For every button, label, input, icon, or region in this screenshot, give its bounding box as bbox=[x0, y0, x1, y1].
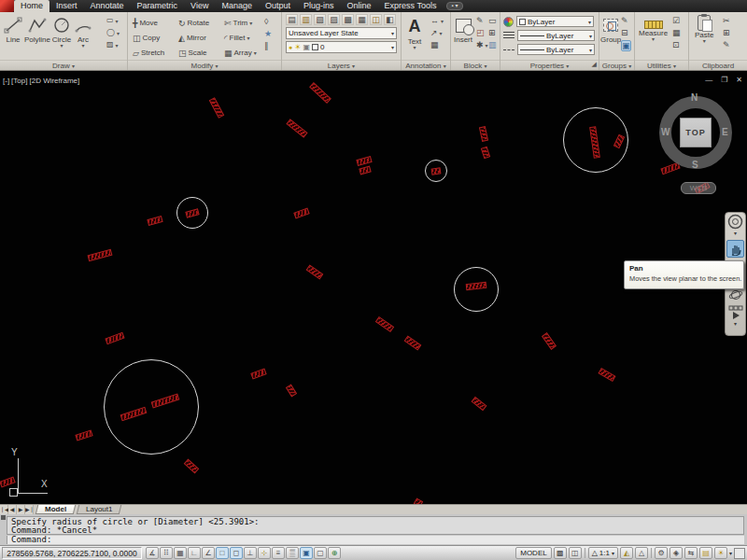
measure-button[interactable]: Measure ▾ bbox=[639, 15, 668, 42]
chevron-down-icon[interactable]: ▾ bbox=[734, 321, 737, 327]
viewcube-top-face[interactable]: TOP bbox=[680, 118, 712, 147]
chevron-down-icon[interactable]: ▾ bbox=[440, 30, 443, 36]
paste-button[interactable]: Paste ▾ bbox=[695, 15, 713, 44]
ribbon-tab-plug-ins[interactable]: Plug-ins bbox=[297, 0, 341, 12]
layer-freeze-icon[interactable]: ▦ bbox=[356, 14, 368, 25]
group-edit-icon[interactable]: ✎ bbox=[621, 16, 631, 25]
mirror-button[interactable]: ◭Mirror bbox=[178, 31, 221, 45]
cad-circle[interactable] bbox=[425, 160, 447, 182]
offset-icon[interactable]: ∥ bbox=[264, 41, 272, 50]
id-point-icon[interactable]: ⊡ bbox=[672, 40, 681, 49]
status-tray-icon[interactable]: ☀ bbox=[714, 547, 727, 559]
cad-hatch-mark[interactable] bbox=[105, 331, 124, 343]
drawing-viewport[interactable]: [-] [Top] [2D Wireframe] — ❐ ✕ N W E S T… bbox=[0, 71, 747, 504]
chevron-down-icon[interactable]: ▾ bbox=[116, 18, 119, 24]
cad-hatch-mark[interactable] bbox=[472, 396, 487, 410]
coordinates-display[interactable]: 278569.5768, 2706225.7100, 0.0000 bbox=[2, 547, 142, 559]
workspace-switching-icon[interactable]: ⚙ bbox=[655, 547, 668, 559]
arc-button[interactable]: Arc ▾ bbox=[73, 15, 93, 49]
object-snap-toggle[interactable]: □ bbox=[216, 547, 229, 559]
table-icon[interactable]: ▦ bbox=[430, 40, 444, 49]
lineweight-dropdown[interactable]: ByLayer ▾ bbox=[517, 30, 595, 41]
steering-wheel-icon[interactable] bbox=[726, 213, 744, 231]
toolbar-lock-icon[interactable]: ◈ bbox=[669, 547, 683, 559]
quick-properties-toggle[interactable]: ▣ bbox=[300, 547, 313, 559]
cad-hatch-mark[interactable] bbox=[293, 207, 309, 218]
layer-lock-icon[interactable]: ◧ bbox=[384, 14, 396, 25]
cad-hatch-mark[interactable] bbox=[542, 332, 557, 350]
viewcube[interactable]: N W E S TOP bbox=[659, 96, 732, 169]
clean-screen-button[interactable] bbox=[734, 548, 745, 559]
copy-button[interactable]: ◫Copy bbox=[133, 31, 176, 45]
chevron-down-icon[interactable]: ▾ bbox=[61, 44, 63, 49]
dimension-icon[interactable]: ↔▾ bbox=[430, 16, 444, 25]
viewcube-west[interactable]: W bbox=[661, 127, 669, 137]
layer-prev-icon[interactable]: ▧ bbox=[314, 14, 326, 25]
text-button[interactable]: A Text ▾ bbox=[404, 15, 425, 50]
linetype-icon[interactable] bbox=[503, 49, 514, 50]
layer-unisolate-icon[interactable]: ▩ bbox=[342, 14, 354, 25]
cad-hatch-mark[interactable] bbox=[359, 165, 371, 175]
hatch-icon[interactable]: ▨▾ bbox=[106, 40, 120, 49]
cad-circle[interactable] bbox=[104, 359, 199, 455]
transparency-toggle[interactable]: ▒ bbox=[286, 547, 299, 559]
panel-title-draw[interactable]: Draw ▾ bbox=[0, 60, 127, 70]
quick-view-layouts-icon[interactable]: ◫ bbox=[569, 547, 582, 559]
chevron-down-icon[interactable]: ▾ bbox=[82, 44, 85, 49]
ribbon-tab-manage[interactable]: Manage bbox=[215, 0, 259, 12]
ribbon-tab-view[interactable]: View bbox=[184, 0, 215, 12]
ribbon-tab-output[interactable]: Output bbox=[259, 0, 297, 12]
command-input[interactable]: Command: bbox=[7, 536, 744, 544]
object-color-dropdown[interactable]: ByLayer ▾ bbox=[516, 16, 594, 27]
match-properties-icon[interactable]: ✎ bbox=[723, 40, 730, 49]
panel-title-properties[interactable]: Properties ▾◢ bbox=[500, 60, 599, 70]
trim-button[interactable]: ✄Trim▾ bbox=[224, 16, 267, 30]
cad-hatch-mark[interactable] bbox=[184, 458, 200, 473]
insert-button[interactable]: Insert bbox=[453, 15, 473, 44]
copy-clip-icon[interactable]: ⊞ bbox=[723, 28, 730, 37]
viewcube-east[interactable]: E bbox=[722, 127, 728, 137]
dialog-launcher-icon[interactable]: ◢ bbox=[592, 59, 597, 69]
block-editor-icon[interactable]: ▥ bbox=[488, 40, 497, 49]
cad-hatch-mark[interactable] bbox=[306, 264, 324, 279]
panel-title-modify[interactable]: Modify ▾ bbox=[128, 60, 281, 70]
showmotion-icon[interactable] bbox=[726, 303, 744, 321]
circle-button[interactable]: Circle ▾ bbox=[51, 15, 72, 49]
viewcube-north[interactable]: N bbox=[691, 92, 698, 103]
model-space-button[interactable]: MODEL bbox=[515, 547, 551, 559]
cad-hatch-mark[interactable] bbox=[0, 476, 16, 487]
cad-circle[interactable] bbox=[454, 267, 499, 312]
grid-display-toggle[interactable]: ▦ bbox=[174, 547, 187, 559]
cad-hatch-mark[interactable] bbox=[598, 367, 615, 381]
layer-state-dropdown[interactable]: Unsaved Layer State ▾ bbox=[286, 27, 397, 39]
quick-select-icon[interactable]: ☑ bbox=[672, 16, 681, 25]
ribbon-tab-parametric[interactable]: Parametric bbox=[131, 0, 185, 12]
snap-mode-toggle[interactable]: ⠿ bbox=[160, 547, 173, 559]
chevron-down-icon[interactable]: ▾ bbox=[249, 20, 252, 26]
restore-icon[interactable]: ❐ bbox=[721, 76, 727, 84]
ellipse-icon[interactable]: ◯▾ bbox=[106, 28, 120, 37]
scale-button[interactable]: ◳Scale bbox=[178, 46, 221, 60]
infer-constraints-toggle[interactable]: ∡ bbox=[146, 547, 159, 559]
selection-cycling-toggle[interactable]: ▢ bbox=[314, 547, 327, 559]
cad-hatch-mark[interactable] bbox=[286, 384, 297, 397]
last-tab-button[interactable]: ▶❘ bbox=[25, 505, 34, 514]
write-block-icon[interactable]: ▭ bbox=[488, 16, 497, 25]
visual-style-control[interactable]: [2D Wireframe] bbox=[29, 77, 79, 85]
tab-extras-button[interactable]: ▪ ▾ bbox=[446, 2, 462, 10]
cad-hatch-mark[interactable] bbox=[286, 119, 307, 137]
panel-title-annotation[interactable]: Annotation ▾ bbox=[402, 60, 450, 70]
application-menu-icon[interactable] bbox=[0, 0, 14, 12]
prev-tab-button[interactable]: ◀ bbox=[8, 505, 17, 514]
panel-title-utilities[interactable]: Utilities ▾ bbox=[635, 60, 688, 70]
line-button[interactable]: Line bbox=[3, 15, 23, 49]
explode-icon[interactable]: ★ bbox=[264, 29, 272, 38]
chevron-down-icon[interactable]: ▾ bbox=[116, 42, 119, 49]
chevron-down-icon[interactable]: ▾ bbox=[441, 18, 444, 24]
cad-hatch-mark[interactable] bbox=[75, 429, 92, 441]
edit-block-icon[interactable]: ✎ bbox=[476, 16, 488, 25]
cad-hatch-mark[interactable] bbox=[309, 82, 331, 104]
next-tab-button[interactable]: ▶ bbox=[17, 505, 25, 514]
minimize-icon[interactable]: — bbox=[705, 76, 712, 84]
panel-title-block[interactable]: Block ▾ bbox=[451, 60, 500, 70]
